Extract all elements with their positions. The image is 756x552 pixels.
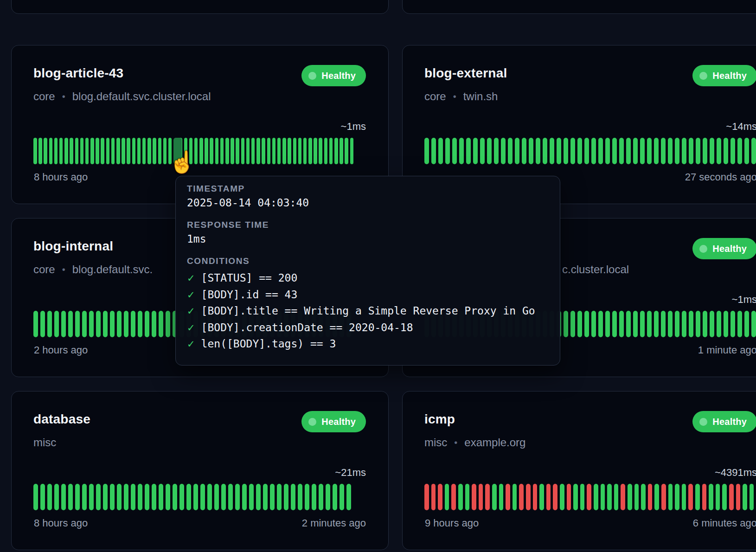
uptime-bar[interactable] (591, 138, 596, 164)
uptime-bar[interactable] (744, 138, 749, 164)
uptime-bar[interactable] (96, 484, 101, 510)
uptime-bar[interactable] (668, 138, 673, 164)
uptime-bar[interactable] (543, 138, 547, 164)
uptime-bar[interactable] (621, 484, 625, 510)
uptime-bar[interactable] (312, 484, 316, 510)
uptime-history[interactable] (424, 138, 756, 164)
uptime-bar[interactable] (605, 311, 610, 337)
uptime-bar[interactable] (445, 484, 449, 510)
uptime-bar[interactable] (103, 484, 108, 510)
uptime-bar[interactable] (61, 484, 66, 510)
uptime-bar[interactable] (138, 311, 142, 337)
uptime-bar[interactable] (61, 311, 66, 337)
uptime-bar[interactable] (44, 138, 47, 164)
uptime-bar[interactable] (242, 484, 247, 510)
uptime-bar[interactable] (319, 138, 322, 164)
uptime-bar[interactable] (210, 138, 213, 164)
uptime-bar[interactable] (472, 484, 476, 510)
uptime-bar[interactable] (132, 138, 136, 164)
uptime-bar[interactable] (75, 484, 80, 510)
uptime-bar[interactable] (334, 138, 338, 164)
uptime-bar[interactable] (127, 138, 130, 164)
uptime-bar[interactable] (605, 138, 610, 164)
uptime-bar[interactable] (751, 311, 756, 337)
uptime-bar[interactable] (124, 311, 128, 337)
uptime-bar[interactable] (487, 138, 492, 164)
uptime-bar[interactable] (587, 484, 591, 510)
uptime-bar[interactable] (228, 484, 233, 510)
uptime-bar[interactable] (153, 138, 156, 164)
uptime-bar[interactable] (567, 484, 571, 510)
uptime-bar[interactable] (451, 484, 456, 510)
uptime-bar[interactable] (640, 138, 645, 164)
uptime-bar[interactable] (675, 484, 679, 510)
uptime-bar[interactable] (298, 484, 302, 510)
uptime-bar[interactable] (117, 484, 122, 510)
uptime-bar[interactable] (75, 311, 80, 337)
uptime-bar[interactable] (466, 138, 471, 164)
uptime-bar[interactable] (724, 138, 728, 164)
uptime-bar[interactable] (96, 138, 99, 164)
uptime-bar[interactable] (634, 484, 639, 510)
uptime-bar[interactable] (612, 138, 617, 164)
uptime-bar[interactable] (214, 484, 219, 510)
uptime-bar[interactable] (147, 138, 151, 164)
uptime-bar[interactable] (124, 484, 128, 510)
uptime-bar[interactable] (305, 484, 309, 510)
endpoint-card-icmp[interactable]: icmp misc • example.org Healthy ~4391ms … (402, 391, 756, 550)
uptime-bar[interactable] (682, 484, 686, 510)
uptime-bar[interactable] (241, 138, 245, 164)
uptime-bar[interactable] (458, 484, 463, 510)
uptime-bar[interactable] (231, 138, 234, 164)
uptime-bar[interactable] (251, 138, 255, 164)
uptime-bar[interactable] (326, 484, 330, 510)
uptime-bar[interactable] (508, 138, 513, 164)
uptime-bar[interactable] (236, 138, 239, 164)
uptime-bar[interactable] (68, 484, 73, 510)
uptime-bar[interactable] (64, 138, 68, 164)
uptime-bar[interactable] (598, 138, 603, 164)
endpoint-card-database[interactable]: database misc Healthy ~21ms 8 hours ago … (11, 391, 389, 550)
uptime-bar[interactable] (89, 311, 94, 337)
uptime-bar[interactable] (350, 138, 354, 164)
uptime-bar[interactable] (577, 138, 582, 164)
uptime-bar[interactable] (324, 138, 328, 164)
uptime-bar[interactable] (158, 138, 162, 164)
uptime-bar[interactable] (319, 484, 323, 510)
uptime-bar[interactable] (138, 484, 142, 510)
uptime-bar[interactable] (142, 138, 146, 164)
uptime-bar[interactable] (70, 138, 73, 164)
uptime-bar[interactable] (221, 484, 226, 510)
uptime-bar[interactable] (736, 484, 741, 510)
uptime-bar[interactable] (654, 484, 659, 510)
uptime-bar[interactable] (648, 484, 653, 510)
uptime-bar[interactable] (539, 484, 544, 510)
uptime-bar[interactable] (553, 484, 557, 510)
uptime-bar[interactable] (594, 484, 598, 510)
uptime-bar[interactable] (533, 484, 538, 510)
uptime-bar[interactable] (445, 138, 450, 164)
uptime-bar[interactable] (459, 138, 464, 164)
uptime-bar[interactable] (438, 484, 442, 510)
uptime-bar[interactable] (333, 484, 337, 510)
uptime-bar[interactable] (696, 138, 700, 164)
uptime-bar[interactable] (106, 138, 110, 164)
uptime-bar[interactable] (47, 484, 52, 510)
uptime-bar[interactable] (263, 484, 268, 510)
uptime-bar[interactable] (722, 484, 727, 510)
uptime-bar[interactable] (96, 311, 101, 337)
uptime-bar[interactable] (200, 484, 205, 510)
uptime-bar[interactable] (633, 138, 638, 164)
uptime-bar[interactable] (612, 311, 617, 337)
uptime-bar[interactable] (668, 484, 673, 510)
uptime-bar[interactable] (499, 484, 504, 510)
uptime-bar[interactable] (111, 138, 115, 164)
uptime-bar[interactable] (633, 311, 638, 337)
uptime-bar[interactable] (152, 484, 156, 510)
uptime-bar[interactable] (573, 484, 578, 510)
uptime-bar[interactable] (717, 311, 721, 337)
uptime-bar[interactable] (166, 311, 170, 337)
uptime-bar[interactable] (591, 311, 596, 337)
uptime-bar[interactable] (303, 138, 307, 164)
uptime-bar[interactable] (730, 311, 735, 337)
